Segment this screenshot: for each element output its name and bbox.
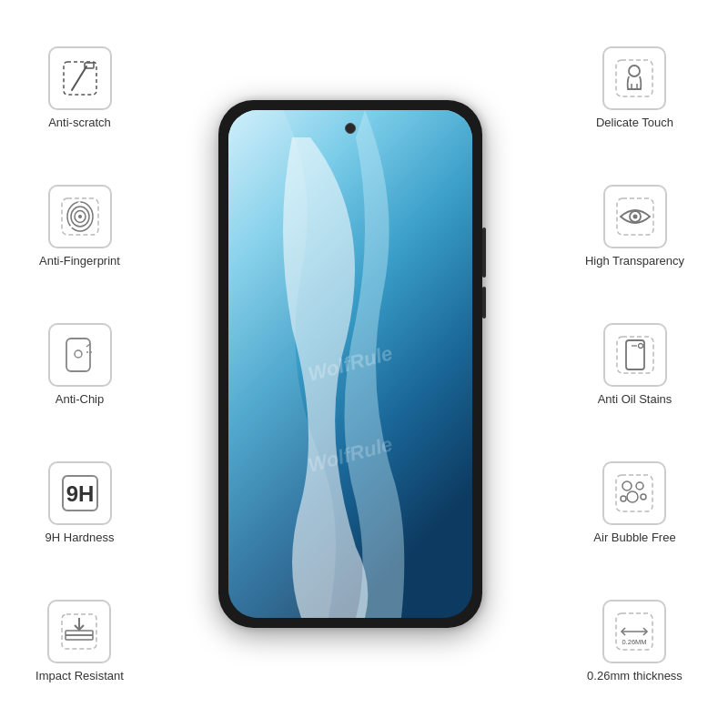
high-transparency-icon-box xyxy=(603,185,667,248)
phone-screen: WolfRule WolfRule xyxy=(228,110,472,618)
svg-point-11 xyxy=(75,350,82,358)
bubble-icon xyxy=(612,471,656,515)
high-transparency-label: High Transparency xyxy=(585,254,684,268)
svg-line-1 xyxy=(72,66,86,90)
svg-point-37 xyxy=(621,496,626,501)
eye-icon xyxy=(613,195,657,238)
svg-line-9 xyxy=(78,202,80,204)
power-button xyxy=(482,228,486,278)
volume-button xyxy=(482,287,486,318)
delicate-touch-label: Delicate Touch xyxy=(596,116,673,129)
9h-hardness-icon-box: 9H xyxy=(48,461,112,525)
main-container: Anti-scratch Anti-Fingerprint xyxy=(0,0,728,728)
screen-graphic xyxy=(228,110,472,618)
thickness-label: 0.26mm thickness xyxy=(587,669,682,682)
anti-fingerprint-icon-box xyxy=(48,185,112,248)
svg-text:9H: 9H xyxy=(66,481,94,506)
svg-rect-10 xyxy=(66,339,90,371)
anti-scratch-icon-box xyxy=(48,46,112,110)
feature-anti-oil-stains: Anti Oil Stains xyxy=(598,323,672,406)
scratch-icon xyxy=(59,57,101,99)
center-phone-display: WolfRule WolfRule xyxy=(182,18,519,710)
9h-hardness-label: 9H Hardness xyxy=(46,531,115,544)
air-bubble-free-label: Air Bubble Free xyxy=(593,531,675,544)
svg-point-27 xyxy=(632,214,637,218)
touch-icon xyxy=(612,56,656,100)
anti-oil-stains-icon-box xyxy=(603,323,667,387)
phone-circle-icon xyxy=(613,333,657,377)
feature-anti-chip: Anti-Chip xyxy=(48,323,112,406)
svg-rect-29 xyxy=(626,340,644,369)
feature-air-bubble-free: Air Bubble Free xyxy=(593,461,675,544)
anti-scratch-label: Anti-scratch xyxy=(48,116,111,129)
anti-chip-icon-box xyxy=(48,323,112,387)
left-features-column: Anti-scratch Anti-Fingerprint xyxy=(9,18,150,710)
thickness-icon: 0.26MM xyxy=(612,610,656,653)
svg-point-30 xyxy=(638,343,642,348)
right-features-column: Delicate Touch High Transparency xyxy=(551,18,719,710)
phone-mockup: WolfRule WolfRule xyxy=(218,100,482,628)
delicate-touch-icon-box xyxy=(602,46,666,110)
feature-delicate-touch: Delicate Touch xyxy=(596,46,673,129)
svg-line-8 xyxy=(67,226,73,229)
anti-chip-label: Anti-Chip xyxy=(56,392,104,406)
feature-high-transparency: High Transparency xyxy=(585,185,684,268)
fingerprint-icon xyxy=(58,195,102,238)
feature-9h-hardness: 9H 9H Hardness xyxy=(46,461,115,544)
svg-point-36 xyxy=(641,494,646,500)
svg-point-33 xyxy=(622,481,632,490)
svg-point-7 xyxy=(78,215,82,218)
svg-point-22 xyxy=(629,66,640,76)
svg-rect-28 xyxy=(617,337,653,373)
impact-resistant-icon-box xyxy=(47,600,111,663)
anti-fingerprint-label: Anti-Fingerprint xyxy=(39,254,120,268)
feature-anti-scratch: Anti-scratch xyxy=(48,46,112,129)
feature-anti-fingerprint: Anti-Fingerprint xyxy=(39,185,120,268)
feature-impact-resistant: Impact Resistant xyxy=(35,600,124,682)
air-bubble-free-icon-box xyxy=(602,461,666,525)
impact-resistant-label: Impact Resistant xyxy=(35,669,124,682)
thickness-icon-box: 0.26MM xyxy=(602,600,666,663)
impact-icon xyxy=(58,611,100,652)
svg-point-34 xyxy=(636,482,643,490)
front-camera xyxy=(345,123,356,134)
feature-thickness: 0.26MM 0.26mm thickness xyxy=(587,600,682,682)
svg-rect-18 xyxy=(66,635,93,640)
9h-icon: 9H xyxy=(59,472,101,514)
svg-rect-32 xyxy=(616,475,652,511)
anti-oil-stains-label: Anti Oil Stains xyxy=(598,392,672,406)
svg-point-35 xyxy=(627,491,638,502)
svg-text:0.26MM: 0.26MM xyxy=(622,638,647,646)
chip-icon xyxy=(59,334,101,376)
